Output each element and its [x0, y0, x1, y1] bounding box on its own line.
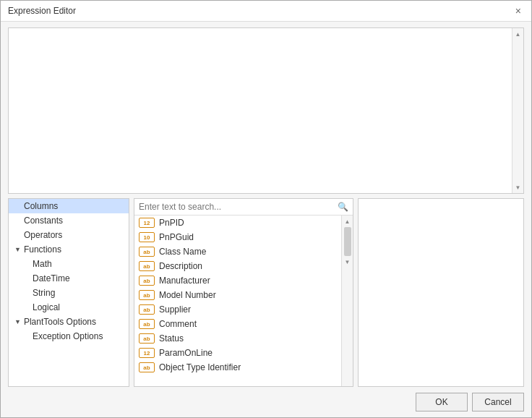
list-area: 12 PnPID 10 PnPGuid ab Class Name ab Des…: [134, 216, 353, 386]
title-bar: Expression Editor ×: [1, 1, 531, 22]
type-badge-description: ab: [139, 261, 155, 271]
tree-item-constants[interactable]: Constants: [9, 213, 129, 228]
list-item-label: Object Type Identifier: [159, 362, 241, 372]
expand-icon: ▼: [14, 318, 21, 325]
tree-item-datetime[interactable]: DateTime: [9, 271, 129, 286]
tree-item-label: PlantTools Options: [24, 317, 96, 327]
list-item-comment[interactable]: ab Comment: [134, 317, 341, 331]
list-item-label: Status: [159, 333, 184, 344]
list-item-label: Description: [159, 261, 202, 271]
tree-item-string[interactable]: String: [9, 286, 129, 300]
list-item-label: Supplier: [159, 304, 191, 315]
list-item-label: PnPID: [159, 218, 184, 228]
type-badge-pnpguid: 10: [139, 232, 155, 242]
list-item-label: ParamOnLine: [159, 348, 213, 358]
type-badge-comment: ab: [139, 319, 155, 329]
type-badge-objecttype: ab: [139, 362, 155, 372]
tree-item-label: Logical: [33, 302, 60, 312]
type-badge-manufacturer: ab: [139, 276, 155, 286]
expand-icon: ▼: [14, 246, 21, 253]
search-icon: 🔍: [338, 202, 348, 212]
list-item-pnpguid[interactable]: 10 PnPGuid: [134, 230, 341, 244]
expression-area: ▲ ▼: [8, 27, 524, 194]
tree-item-label: Exception Options: [33, 331, 103, 341]
footer: OK Cancel: [1, 387, 531, 417]
dialog-title: Expression Editor: [8, 6, 76, 16]
tree-item-columns[interactable]: Columns: [9, 199, 129, 213]
expression-input[interactable]: [9, 28, 523, 193]
list-item-status[interactable]: ab Status: [134, 331, 341, 346]
type-badge-supplier: ab: [139, 304, 155, 315]
cancel-button[interactable]: Cancel: [472, 393, 524, 411]
close-button[interactable]: ×: [512, 5, 524, 17]
search-bar: 🔍: [134, 199, 353, 216]
type-badge-pnpid: 12: [139, 218, 155, 228]
list-item-manufacturer[interactable]: ab Manufacturer: [134, 273, 341, 288]
tree-panel: ColumnsConstantsOperators▼FunctionsMathD…: [8, 198, 129, 387]
expression-editor-dialog: Expression Editor × ▲ ▼ ColumnsConstants…: [0, 0, 532, 418]
list-item-label: PnPGuid: [159, 232, 194, 242]
right-panel: [358, 198, 524, 387]
list-item-classname[interactable]: ab Class Name: [134, 244, 341, 259]
tree-item-label: Operators: [24, 230, 62, 240]
tree-item-label: Columns: [24, 201, 58, 211]
expression-scrollbar: ▲ ▼: [512, 28, 523, 193]
tree-item-math[interactable]: Math: [9, 257, 129, 271]
type-badge-paramonline: 12: [139, 348, 155, 358]
scroll-up-arrow[interactable]: ▲: [512, 28, 524, 40]
list-item-label: Manufacturer: [159, 276, 210, 286]
type-badge-classname: ab: [139, 247, 155, 257]
tree-item-operators[interactable]: Operators: [9, 228, 129, 242]
list-item-label: Class Name: [159, 247, 206, 257]
tree-item-logical[interactable]: Logical: [9, 300, 129, 315]
tree-item-label: Constants: [24, 216, 63, 226]
tree-item-label: DateTime: [33, 273, 70, 283]
scroll-down-arrow[interactable]: ▼: [512, 182, 524, 193]
tree-item-label: Functions: [24, 244, 61, 255]
search-input[interactable]: [139, 202, 335, 212]
tree-item-planttools[interactable]: ▼PlantTools Options: [9, 315, 129, 329]
list-item-modelnumber[interactable]: ab Model Number: [134, 288, 341, 302]
list-scrollbar: ▲ ▼: [341, 216, 353, 386]
list-item-objecttype[interactable]: ab Object Type Identifier: [134, 360, 341, 375]
list-item-description[interactable]: ab Description: [134, 259, 341, 273]
list-scroll-down[interactable]: ▼: [342, 256, 353, 268]
list-item-supplier[interactable]: ab Supplier: [134, 302, 341, 317]
type-badge-status: ab: [139, 333, 155, 344]
list-item-pnpid[interactable]: 12 PnPID: [134, 216, 341, 230]
list-item-label: Model Number: [159, 290, 216, 300]
type-badge-modelnumber: ab: [139, 290, 155, 300]
tree-item-functions[interactable]: ▼Functions: [9, 242, 129, 257]
list-item-paramonline[interactable]: 12 ParamOnLine: [134, 346, 341, 360]
middle-panel: 🔍 12 PnPID 10 PnPGuid ab Class Name ab D…: [134, 198, 353, 387]
tree-item-exception[interactable]: Exception Options: [9, 329, 129, 344]
bottom-section: ColumnsConstantsOperators▼FunctionsMathD…: [8, 198, 524, 387]
tree-item-label: Math: [33, 259, 52, 269]
tree-item-label: String: [33, 288, 55, 298]
list-items-container: 12 PnPID 10 PnPGuid ab Class Name ab Des…: [134, 216, 341, 386]
list-item-label: Comment: [159, 319, 197, 329]
ok-button[interactable]: OK: [416, 393, 468, 411]
list-scroll-up[interactable]: ▲: [342, 216, 353, 227]
